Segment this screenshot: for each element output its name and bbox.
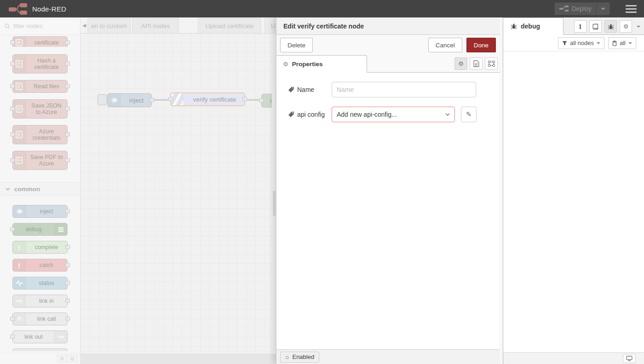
output-port[interactable] [65,245,70,249]
palette-node-save-pdf-to-azure[interactable]: Save PDF to Azure [12,151,68,170]
palette-node-link-in[interactable]: link in [12,295,68,307]
output-port[interactable] [65,299,70,303]
input-port[interactable] [259,98,264,102]
done-button[interactable]: Done [466,38,496,52]
gear-icon: ⚙ [458,61,464,67]
palette-node-status[interactable]: status [12,277,68,290]
node-palette: filter nodes certificate Hash a certific… [0,17,80,364]
tab-scroll-left-button[interactable]: ◀ [80,17,88,33]
debug-filter-button[interactable]: all nodes [558,37,604,49]
deploy-options-button[interactable] [596,3,610,15]
output-port[interactable] [65,107,70,111]
sidebar-config-button[interactable]: ⚙ [620,20,632,33]
gear-icon: ⚙ [283,61,288,67]
input-port[interactable] [10,107,15,111]
pulse-icon [13,277,26,289]
double-chevron-down-icon [70,357,75,361]
sidebar-tab-debug[interactable]: debug [503,17,564,35]
input-port[interactable] [10,317,15,321]
edit-config-button[interactable]: ✎ [461,107,477,122]
sidebar-info-button[interactable]: i [574,20,586,33]
selection-box-icon [488,61,495,67]
node-settings-button[interactable]: ⚙ [454,57,467,70]
palette-node-list[interactable]: certificate Hash a certificate Read file… [0,35,80,353]
output-port[interactable] [65,317,70,321]
link-icon [13,295,26,307]
input-port[interactable] [10,132,15,136]
output-port[interactable] [65,40,70,45]
input-port[interactable] [10,227,15,231]
palette-node-certificate[interactable]: certificate [12,36,68,47]
sidebar-more-tabs-button[interactable] [637,26,640,28]
output-port[interactable] [65,132,70,136]
palette-node-read-files[interactable]: Read files [12,80,68,93]
input-port[interactable] [168,97,173,101]
palette-category-common[interactable]: common [0,182,80,196]
palette-node-debug[interactable]: debug [12,223,68,236]
output-port[interactable] [242,97,247,101]
scrollbar-thumb[interactable] [273,191,276,216]
link-icon [54,331,67,343]
palette-node-link-call[interactable]: link call [12,313,68,325]
palette-node-inject[interactable]: inject [12,205,68,218]
input-port[interactable] [10,62,15,66]
tab-upload-certificate[interactable]: Upload certificate [198,18,261,34]
workspace-horizontal-scrollbar[interactable] [80,354,276,364]
flow-canvas[interactable]: inject verify certificate n [80,34,276,354]
sidebar-debug-button[interactable] [604,20,617,33]
output-port[interactable] [150,98,154,102]
output-port[interactable] [65,263,70,267]
workspace-vertical-scrollbar[interactable] [272,34,276,354]
flow-node-verify-certificate[interactable]: verify certificate [170,92,245,106]
output-port[interactable] [65,62,70,66]
output-port[interactable] [65,209,70,213]
enabled-toggle[interactable]: ○ Enabled [280,352,319,363]
edit-node-tray: Edit verify certificate node Delete Canc… [276,17,500,364]
wire[interactable] [247,99,260,101]
palette-node-catch[interactable]: ! catch [12,259,68,272]
output-port[interactable] [65,158,70,162]
input-port[interactable] [10,158,15,162]
flow-node-inject[interactable]: inject [107,93,152,107]
inject-trigger-button[interactable] [98,94,107,105]
debug-clear-button[interactable]: all [608,37,636,49]
tab-api-nodes[interactable]: API nodes [132,18,179,34]
sidebar-resize-handle[interactable] [500,17,503,364]
tab-properties[interactable]: ⚙ Properties [276,55,367,73]
delete-button[interactable]: Delete [280,38,313,52]
bug-icon [608,23,614,30]
flow-workspace[interactable]: ◀ en to custom API nodes Upload certific… [80,17,276,364]
palette-node-save-json-to-azure[interactable]: Save JSON to Azure [12,99,68,119]
node-appearance-button[interactable] [485,57,498,70]
output-port[interactable] [65,281,70,285]
palette-node-link-out[interactable]: link out [12,330,68,343]
open-debug-window-button[interactable] [623,354,636,363]
filter-icon [562,41,567,46]
debug-lines-icon [54,223,67,235]
chevron-down-icon [445,113,450,116]
input-port[interactable] [10,40,15,45]
input-port[interactable] [10,335,15,339]
api-config-select[interactable]: Add new api-config... [332,107,455,122]
node-description-button[interactable] [470,57,483,70]
collapse-all-button[interactable] [57,355,67,363]
name-input[interactable] [332,82,476,97]
palette-node-azure-credentials[interactable]: Azure credentials [12,125,68,144]
main-menu-button[interactable] [626,3,637,15]
cancel-button[interactable]: Cancel [428,38,462,52]
palette-node-partial[interactable] [12,348,68,351]
palette-node-hash-a-certificate[interactable]: Hash a certificate [12,54,68,74]
tab-en-to-custom[interactable]: en to custom [87,18,131,34]
wire[interactable] [154,99,169,101]
palette-node-complete[interactable]: ! complete [12,241,68,254]
debug-messages-panel[interactable] [503,51,644,352]
expand-all-button[interactable] [67,355,77,363]
circle-icon: ○ [285,354,289,360]
deploy-button[interactable]: Deploy [554,2,610,15]
tab-clipped[interactable]: U [264,18,276,34]
input-port[interactable] [10,84,15,88]
output-port[interactable] [65,84,70,88]
sidebar-help-button[interactable] [589,20,602,33]
gear-icon: ⚙ [623,23,629,29]
palette-search[interactable]: filter nodes [0,17,80,35]
